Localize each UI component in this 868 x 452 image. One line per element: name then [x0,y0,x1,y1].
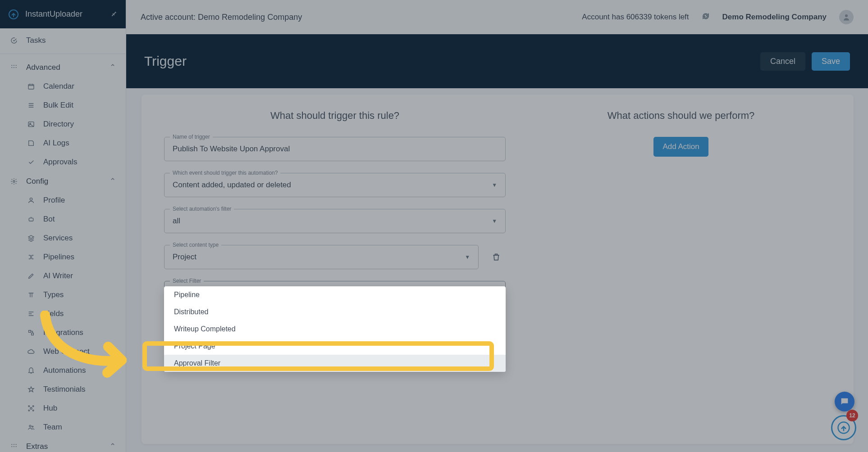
svg-point-4 [11,67,12,68]
sidebar-item-label: AI Writer [43,271,73,280]
automation-filter-select[interactable]: Select automation's filter all ▼ [164,209,506,233]
sidebar-section-extras[interactable]: Extras ⌃ [0,437,126,452]
sidebar-item-label: Testimonials [43,385,86,394]
svg-point-27 [16,446,17,447]
filter-option-pipeline[interactable]: Pipeline [164,286,506,303]
actions-question: What actions should we perform? [608,110,755,122]
sidebar-item-webconnect[interactable]: Web Connect [0,342,126,361]
sidebar-item-hub[interactable]: Hub [0,399,126,418]
tokens-left: Account has 606339 tokens left [582,13,689,22]
sidebar-item-label: Hub [43,404,57,413]
page-header: Trigger Cancel Save [126,34,868,88]
bot-icon [27,215,35,223]
sidebar-item-label: Integrations [43,328,83,337]
sidebar-item-types[interactable]: Types [0,285,126,304]
filter-option-writeup[interactable]: Writeup Completed [164,321,506,338]
field-value: all [173,217,492,226]
page-title: Trigger [144,54,187,69]
hub-icon [27,404,35,412]
svg-point-16 [28,406,30,407]
delete-content-type-button[interactable] [487,248,506,267]
sidebar-item-approvals[interactable]: Approvals [0,153,126,172]
svg-point-22 [11,444,12,445]
check-icon [27,158,35,166]
company-name[interactable]: Demo Remodeling Company [722,13,827,22]
list-icon [27,101,35,109]
filter-option-projectpage[interactable]: Project Page [164,338,506,355]
field-label: Name of trigger [170,134,213,140]
sidebar-item-label: Pipelines [43,253,74,262]
field-label: Select automation's filter [170,206,234,212]
sidebar-section-label: Config [26,177,48,186]
sidebar-item-label: Approvals [43,158,78,167]
notification-badge: 12 [846,410,858,421]
svg-point-6 [16,67,17,68]
svg-point-21 [32,426,33,427]
sidebar-item-team[interactable]: Team [0,418,126,437]
svg-point-23 [14,444,14,445]
save-button[interactable]: Save [812,52,850,71]
filter-option-distributed[interactable]: Distributed [164,303,506,321]
pin-icon[interactable] [110,9,118,19]
sidebar-item-directory[interactable]: Directory [0,115,126,134]
chat-button[interactable] [835,392,854,411]
chevron-up-icon: ⌃ [110,442,116,451]
chevron-down-icon: ▼ [465,254,470,260]
sidebar-item-bot[interactable]: Bot [0,210,126,229]
svg-rect-7 [28,84,34,89]
svg-point-26 [14,446,14,447]
sidebar-item-bulkedit[interactable]: Bulk Edit [0,96,126,115]
sidebar-item-testimonials[interactable]: Testimonials [0,380,126,399]
user-icon [27,196,35,204]
field-label: Select content type [170,242,221,248]
sidebar-item-profile[interactable]: Profile [0,191,126,210]
select-filter-wrap: Select Filter ▼ Pipeline Distributed Wri… [164,281,506,305]
refresh-icon[interactable] [702,12,710,22]
sidebar-item-label: Bot [43,215,55,224]
sidebar-item-label: Services [43,234,73,243]
sidebar-item-calendar[interactable]: Calendar [0,77,126,96]
grid-icon [10,63,18,72]
svg-point-20 [29,425,31,427]
trigger-question: What should trigger this rule? [164,110,506,122]
sidebar-item-services[interactable]: Services [0,229,126,248]
sidebar: InstantUploader Tasks Advanced ⌃ Calenda… [0,0,126,452]
nav: Tasks Advanced ⌃ Calendar Bulk Edit Dire… [0,28,126,452]
sidebar-section-advanced[interactable]: Advanced ⌃ [0,58,126,77]
sidebar-item-label: Automations [43,366,86,375]
sidebar-section-config[interactable]: Config ⌃ [0,172,126,191]
svg-point-11 [30,198,32,200]
svg-point-2 [14,65,14,66]
sidebar-item-label: Calendar [43,82,74,91]
sidebar-item-automations[interactable]: Automations [0,361,126,380]
sidebar-item-tasks[interactable]: Tasks [0,31,126,50]
sidebar-item-integrations[interactable]: Integrations [0,323,126,342]
sidebar-item-fields[interactable]: Fields [0,304,126,323]
sidebar-item-label: AI Logs [43,139,69,148]
grid-icon [10,443,18,451]
trigger-name-field[interactable]: Name of trigger Publish To Website Upon … [164,137,506,161]
avatar[interactable] [839,10,854,24]
filter-option-approval[interactable]: Approval Filter [164,355,506,372]
svg-point-24 [16,444,17,445]
chevron-up-icon: ⌃ [110,63,116,72]
svg-rect-14 [32,333,34,335]
trigger-event-select[interactable]: Which event should trigger this automati… [164,173,506,197]
svg-point-1 [11,65,12,66]
cancel-button[interactable]: Cancel [760,52,805,71]
trigger-column: What should trigger this rule? Name of t… [151,110,518,434]
sidebar-item-ailogs[interactable]: AI Logs [0,134,126,153]
pencil-icon [27,272,35,280]
sidebar-item-aiwriter[interactable]: AI Writer [0,267,126,285]
app-logo-icon [8,9,19,20]
content-type-select[interactable]: Select content type Project ▼ [164,245,479,269]
chevron-up-icon: ⌃ [110,176,116,186]
topbar: Active account: Demo Remodeling Company … [126,0,868,34]
svg-point-10 [13,181,15,182]
add-action-button[interactable]: Add Action [653,137,708,157]
pipeline-icon [27,253,35,261]
sidebar-item-pipelines[interactable]: Pipelines [0,248,126,267]
app-logo-bar: InstantUploader [0,0,126,28]
tasks-icon [10,36,18,45]
image-icon [27,120,35,128]
